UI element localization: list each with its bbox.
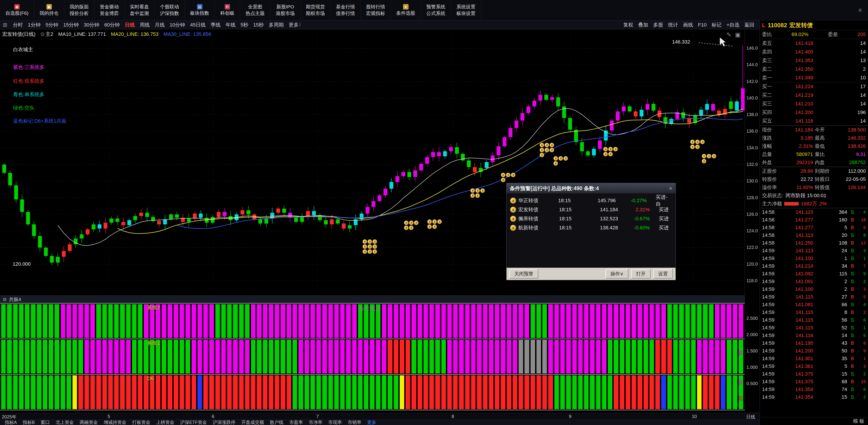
menu-item-系统设置[interactable]: 系统设置板块设置 <box>451 0 481 20</box>
action-F10[interactable]: F10 <box>695 22 709 28</box>
period-15分钟[interactable]: 15分钟 <box>61 21 81 29</box>
period-1分钟[interactable]: 1分钟 <box>25 21 43 29</box>
quote-level-买四[interactable]: 买四141.200196 <box>760 108 868 117</box>
quote-level-买一[interactable]: 买一141.22417 <box>760 82 868 91</box>
action-多股[interactable]: 多股 <box>651 21 665 29</box>
statusbar-市盈率[interactable]: 市盈率 <box>286 419 306 425</box>
period-5分钟[interactable]: 5分钟 <box>43 21 61 29</box>
close-icon[interactable]: × <box>669 185 672 192</box>
period-30分钟[interactable]: 30分钟 <box>81 21 102 29</box>
quote-level-买五[interactable]: 买五141.11614 <box>760 117 868 125</box>
axis-period-label[interactable]: 日线 <box>746 414 755 420</box>
window-icon[interactable]: ▣ <box>735 31 741 38</box>
pencil-icon[interactable]: ✎ <box>726 31 732 38</box>
statusbar-开盘成交额[interactable]: 开盘成交额 <box>238 419 267 425</box>
settings-button[interactable]: 设置 <box>653 269 673 279</box>
quote-header[interactable]: L 110082 宏发转债 <box>760 20 868 30</box>
statusbar-市现率[interactable]: 市现率 <box>325 419 345 425</box>
menu-item-预警系统[interactable]: 预警系统公式系统 <box>421 0 451 20</box>
collapse-menu-button[interactable]: » <box>851 6 868 14</box>
quote-level-卖二[interactable]: 卖二141.3502 <box>760 65 868 74</box>
menu-item-资金驱动[interactable]: 资金驱动资金博弈 <box>94 0 125 20</box>
statusbar-more[interactable]: 更多 <box>364 419 379 425</box>
statusbar-市销率[interactable]: 市销率 <box>345 419 364 425</box>
statusbar-沪深涨跌停[interactable]: 沪深涨跌停 <box>210 419 238 425</box>
tick-price: 141.200 <box>781 348 813 354</box>
period-周线[interactable]: 周线 <box>137 21 152 29</box>
quote-level-买三[interactable]: 买三141.21014 <box>760 100 868 108</box>
menu-item-我的版面[interactable]: 我的版面报价分析 <box>64 0 94 20</box>
period-年线[interactable]: 年线 <box>223 21 238 29</box>
period-5秒[interactable]: 5秒 <box>238 21 251 29</box>
menu-item-自选股(F6)[interactable]: ▦自选股(F6) <box>0 0 34 20</box>
menu-item-我的持仓[interactable]: ▣我的持仓 <box>34 0 64 20</box>
menu-item-科创板[interactable]: 科科创板 <box>215 0 240 20</box>
close-alert-button[interactable]: 关闭预警 <box>509 269 538 279</box>
action-复权[interactable]: 复权 <box>621 21 636 29</box>
main-indicator-selector[interactable]: ⊙主2 <box>40 31 54 38</box>
menu-item-股转行情[interactable]: 股转行情宏观指标 <box>361 0 391 20</box>
statusbar-市净率[interactable]: 市净率 <box>306 419 325 425</box>
alert-row-宏发转债[interactable]: ¥宏发转债18:15141.1842.31%买进 <box>508 205 674 214</box>
indicator-bar <box>251 375 255 409</box>
menu-item-全景图[interactable]: 全景图热点主题 <box>240 0 270 20</box>
period-月线[interactable]: 月线 <box>152 21 167 29</box>
operate-button[interactable]: 操作∨ <box>606 269 628 279</box>
indicator-bar <box>61 304 65 338</box>
sidebar-footer: 模 板 <box>760 417 868 425</box>
quote-level-卖三[interactable]: 卖三141.35313 <box>760 56 868 65</box>
menu-item-label: 板块设置 <box>457 10 475 16</box>
level-volume: 2 <box>813 66 866 72</box>
period-季线[interactable]: 季线 <box>208 21 223 29</box>
statusbar-窗口[interactable]: 窗口 <box>38 419 53 425</box>
action-标记[interactable]: 标记 <box>709 21 724 29</box>
statusbar-指标A[interactable]: 指标A <box>2 419 20 425</box>
period-日线[interactable]: 日线 <box>122 21 137 29</box>
statusbar-两融资金[interactable]: 两融资金 <box>77 419 101 425</box>
quote-level-卖四[interactable]: 卖四141.40014 <box>760 48 868 56</box>
alert-row-华正转债[interactable]: ¥华正转债18:15145.796-0.27%买进-自 <box>508 196 674 205</box>
statusbar-增减持资金[interactable]: 增减持资金 <box>101 419 129 425</box>
main-force-net-row[interactable]: 主力净额 1682万 2% <box>760 200 868 208</box>
period-60分钟[interactable]: 60分钟 <box>102 21 122 29</box>
template-button[interactable]: 模 板 <box>853 418 864 425</box>
action-叠加[interactable]: 叠加 <box>636 21 651 29</box>
menu-item-期货现货[interactable]: 期货现货期权市场 <box>301 0 331 20</box>
menu-item-板块指数[interactable]: ▤板块指数 <box>185 0 215 20</box>
period-45日线[interactable]: 45日线 <box>188 21 208 29</box>
menu-item-新股IPO[interactable]: 新股IPO港股市场 <box>270 0 301 20</box>
menu-item-条件选股[interactable]: ▼条件选股 <box>391 0 421 20</box>
info-cell-今开: 今开138.500 <box>815 126 866 133</box>
statusbar-散户线[interactable]: 散户线 <box>267 419 286 425</box>
alert-row-航新转债[interactable]: ¥航新转债18:15138.428-0.60%买进 <box>508 223 674 232</box>
price-tick: 128.0 <box>746 195 758 200</box>
period-分时[interactable]: 分时 <box>10 21 25 29</box>
info-value: 138.426 <box>848 143 866 149</box>
layout-grid-icon[interactable]: ⊞ <box>3 22 7 28</box>
statusbar-北上资金[interactable]: 北上资金 <box>53 419 77 425</box>
period-15秒[interactable]: 15秒 <box>251 21 266 29</box>
dialog-title-bar[interactable]: 条件预警[运行中] 总品种数:490 条数:4 × <box>506 183 676 194</box>
tick-by-tick-list[interactable]: 14:58141.115364S414:58141.277160B1814:58… <box>760 208 868 401</box>
statusbar-打板资金[interactable]: 打板资金 <box>129 419 153 425</box>
menu-item-实时看盘[interactable]: 实时看盘盘中监测 <box>125 0 155 20</box>
indicator-panel-header[interactable]: ⊙ 共振4 <box>0 295 745 303</box>
action-返回[interactable]: 返回 <box>742 21 757 29</box>
quote-level-买二[interactable]: 买二141.21914 <box>760 91 868 100</box>
action-统计[interactable]: 统计 <box>665 21 681 29</box>
quote-level-卖一[interactable]: 卖一141.34910 <box>760 74 868 82</box>
open-button[interactable]: 打开 <box>631 269 651 279</box>
statusbar-上榜资金[interactable]: 上榜资金 <box>153 419 177 425</box>
statusbar-指标B[interactable]: 指标B <box>20 419 38 425</box>
indicator-bar <box>483 375 488 409</box>
period-10分钟[interactable]: 10分钟 <box>167 21 187 29</box>
period-更多〉[interactable]: 更多〉 <box>286 21 306 29</box>
action-+自选[interactable]: +自选 <box>724 21 742 29</box>
menu-item-个股联动[interactable]: 个股联动沪深指数 <box>155 0 185 20</box>
alert-row-佩蒂转债[interactable]: ¥佩蒂转债18:15132.523-0.67%买进 <box>508 214 674 223</box>
period-多周期[interactable]: 多周期 <box>266 21 286 29</box>
quote-level-卖五[interactable]: 卖五141.41814 <box>760 39 868 48</box>
menu-item-基金行情[interactable]: 基金行情债券行情 <box>331 0 361 20</box>
action-画线[interactable]: 画线 <box>681 21 695 29</box>
statusbar-沪深ETF资金[interactable]: 沪深ETF资金 <box>177 419 210 425</box>
